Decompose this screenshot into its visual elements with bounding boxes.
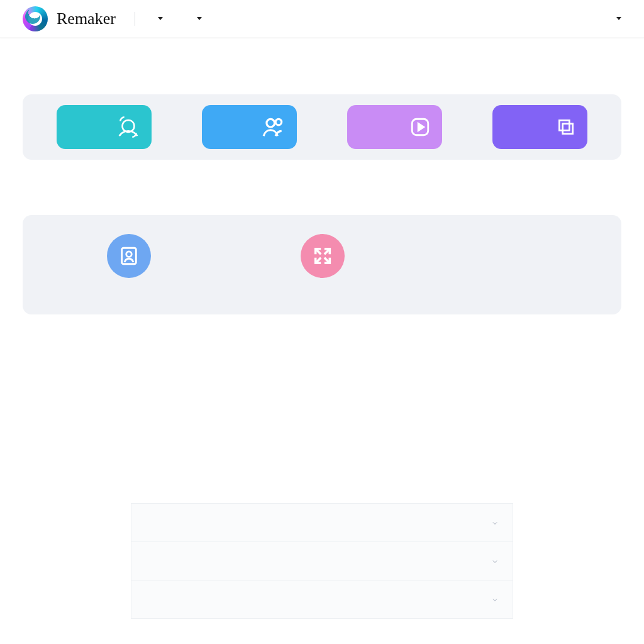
headshot-icon: [118, 245, 140, 267]
svg-rect-6: [559, 120, 569, 130]
nav-dropdown-1[interactable]: [154, 17, 163, 20]
logo[interactable]: Remaker: [23, 6, 116, 31]
play-icon: [409, 116, 431, 138]
caret-down-icon: [197, 17, 202, 20]
tool-headshot[interactable]: [107, 234, 151, 278]
chevron-down-icon: [491, 519, 499, 526]
quick-tools-panel: [23, 94, 621, 160]
caret-down-icon: [616, 17, 621, 20]
face-swap-icon: [116, 115, 140, 139]
svg-point-1: [267, 119, 275, 127]
logo-text: Remaker: [57, 9, 116, 28]
svg-point-8: [126, 252, 132, 257]
faq-item[interactable]: [131, 503, 513, 541]
tool-expand[interactable]: [301, 234, 345, 278]
svg-marker-4: [418, 123, 424, 130]
nav-right-dropdown[interactable]: [613, 17, 621, 20]
copy-icon: [556, 117, 576, 137]
logo-icon: [23, 6, 48, 31]
tool-video[interactable]: [347, 105, 442, 149]
nav-dropdown-2[interactable]: [193, 17, 202, 20]
tool-batch[interactable]: [492, 105, 587, 149]
people-icon: [262, 115, 286, 139]
faq-item[interactable]: [131, 580, 513, 619]
faq-item[interactable]: [131, 541, 513, 580]
chevron-down-icon: [491, 557, 499, 565]
tool-multi-face[interactable]: [202, 105, 297, 149]
header-bar: Remaker: [0, 0, 644, 38]
divider: [135, 12, 135, 26]
expand-icon: [312, 245, 333, 267]
all-tools-panel: [23, 215, 621, 314]
chevron-down-icon: [491, 596, 499, 603]
tool-face-swap[interactable]: [57, 105, 152, 149]
faq-panel: [131, 503, 513, 619]
svg-point-2: [275, 119, 282, 125]
svg-rect-5: [563, 124, 573, 134]
caret-down-icon: [158, 17, 163, 20]
